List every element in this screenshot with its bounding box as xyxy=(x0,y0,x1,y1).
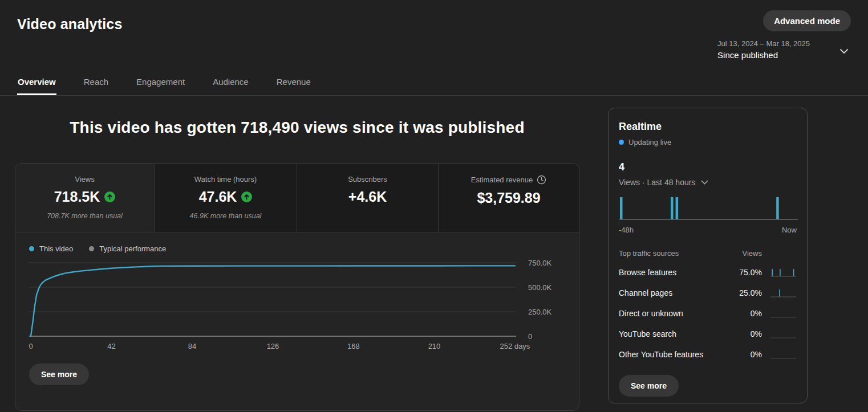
chart-legend: This videoTypical performance xyxy=(29,244,579,253)
header-right: Advanced mode Jul 13, 2024 – Mar 18, 202… xyxy=(717,10,851,60)
metric-value: +4.6K xyxy=(302,189,433,205)
date-range-texts: Jul 13, 2024 – Mar 18, 2025 Since publis… xyxy=(717,39,810,60)
page-header: Video analytics Advanced mode Jul 13, 20… xyxy=(0,0,868,60)
axis-right-label: Now xyxy=(782,226,797,234)
metric-label-text: Estimated revenue xyxy=(471,176,533,184)
svg-text:84: 84 xyxy=(188,342,196,350)
realtime-view-count: 4 xyxy=(619,161,797,173)
traffic-sparkline xyxy=(770,308,797,319)
traffic-views-pct: 25.0% xyxy=(731,288,762,297)
realtime-card: Realtime Updating live 4 Views · Last 48… xyxy=(608,108,808,403)
svg-text:42: 42 xyxy=(107,342,115,350)
traffic-source-label: Direct or unknown xyxy=(619,309,731,318)
metric-value: $3,759.89 xyxy=(443,190,574,206)
metric-label: Subscribers xyxy=(302,175,433,183)
traffic-views-pct: 75.0% xyxy=(731,268,762,277)
traffic-source-label: Browse features xyxy=(619,268,731,277)
traffic-row-browse-features: Browse features75.0% xyxy=(619,267,797,278)
realtime-column: Realtime Updating live 4 Views · Last 48… xyxy=(608,108,808,411)
metric-value-text: 718.5K xyxy=(54,189,100,205)
tab-engagement[interactable]: Engagement xyxy=(136,72,185,95)
tab-revenue[interactable]: Revenue xyxy=(276,72,311,95)
traffic-sparkline xyxy=(770,328,797,340)
metric-card-views[interactable]: Views718.5K708.7K more than usual xyxy=(15,164,155,232)
trend-up-icon xyxy=(104,191,115,202)
traffic-source-label: Other YouTube features xyxy=(619,350,731,359)
legend-dot-icon xyxy=(89,246,94,251)
tab-reach[interactable]: Reach xyxy=(83,72,109,95)
main-content: This video has gotten 718,490 views sinc… xyxy=(0,96,868,411)
metric-card-watch-time-hours[interactable]: Watch time (hours)47.6K46.9K more than u… xyxy=(155,164,297,232)
see-more-button[interactable]: See more xyxy=(29,364,89,385)
traffic-views-pct: 0% xyxy=(731,309,762,318)
traffic-sources-header: Top traffic sources xyxy=(619,249,731,258)
realtime-status: Updating live xyxy=(619,138,797,146)
advanced-mode-button[interactable]: Advanced mode xyxy=(763,10,851,31)
tab-audience[interactable]: Audience xyxy=(212,72,249,95)
metric-label-text: Subscribers xyxy=(348,175,387,183)
traffic-row-youtube-search: YouTube search0% xyxy=(619,328,797,340)
realtime-see-more-button[interactable]: See more xyxy=(619,375,679,397)
metric-label-text: Watch time (hours) xyxy=(194,175,257,183)
realtime-title: Realtime xyxy=(619,121,797,133)
metric-value-text: 47.6K xyxy=(199,189,237,205)
clock-icon xyxy=(537,175,546,185)
legend-item-typical-performance[interactable]: Typical performance xyxy=(89,244,166,253)
live-dot-icon xyxy=(619,140,624,145)
trend-up-icon xyxy=(241,191,252,202)
traffic-source-label: Channel pages xyxy=(619,288,731,297)
chevron-down-icon xyxy=(839,48,849,54)
page-title: Video analytics xyxy=(17,16,123,32)
metric-card-subscribers[interactable]: Subscribers+4.6K xyxy=(297,164,439,232)
traffic-views-header: Views xyxy=(731,249,762,258)
svg-text:210: 210 xyxy=(428,342,441,350)
traffic-sparkline xyxy=(770,287,797,299)
key-metrics-card: Views718.5K708.7K more than usualWatch t… xyxy=(15,163,579,411)
traffic-sparkline xyxy=(770,267,797,278)
metric-label: Watch time (hours) xyxy=(159,175,292,183)
summary-headline: This video has gotten 718,490 views sinc… xyxy=(15,119,579,137)
svg-text:750.0K: 750.0K xyxy=(528,259,552,267)
traffic-views-pct: 0% xyxy=(731,329,762,338)
realtime-axis-labels: -48h Now xyxy=(619,226,797,234)
svg-text:0: 0 xyxy=(528,332,532,341)
traffic-sparkline xyxy=(770,349,797,360)
tab-overview[interactable]: Overview xyxy=(17,72,56,95)
metric-value-text: +4.6K xyxy=(348,189,387,205)
svg-text:500.0K: 500.0K xyxy=(528,283,552,292)
metric-card-estimated-revenue[interactable]: Estimated revenue$3,759.89 xyxy=(439,164,579,232)
legend-label: This video xyxy=(39,244,73,253)
metric-value: 47.6K xyxy=(159,189,292,205)
legend-label: Typical performance xyxy=(99,244,166,253)
traffic-table-body: Browse features75.0%Channel pages25.0%Di… xyxy=(619,267,797,360)
traffic-table-header: Top traffic sources Views xyxy=(619,249,797,258)
traffic-row-other-youtube-features: Other YouTube features0% xyxy=(619,349,797,360)
metric-label: Views xyxy=(20,175,149,183)
traffic-row-direct-or-unknown: Direct or unknown0% xyxy=(619,308,797,319)
svg-text:250.0K: 250.0K xyxy=(528,308,552,316)
legend-dot-icon xyxy=(29,246,34,251)
date-range-label: Jul 13, 2024 – Mar 18, 2025 xyxy=(717,39,810,48)
date-mode-label: Since published xyxy=(717,50,778,60)
realtime-caption-label: Views · Last 48 hours xyxy=(619,178,695,187)
traffic-views-pct: 0% xyxy=(731,350,762,359)
realtime-bar-chart xyxy=(619,194,798,223)
legend-item-this-video[interactable]: This video xyxy=(29,244,73,253)
overview-column: This video has gotten 718,490 views sinc… xyxy=(15,96,579,411)
realtime-status-label: Updating live xyxy=(628,138,671,146)
metric-label-text: Views xyxy=(75,175,94,183)
metric-label: Estimated revenue xyxy=(443,175,574,185)
metric-strip: Views718.5K708.7K more than usualWatch t… xyxy=(15,164,579,232)
svg-text:0: 0 xyxy=(29,342,33,350)
this-video-line-series xyxy=(31,266,515,336)
realtime-metric-dropdown[interactable]: Views · Last 48 hours xyxy=(619,178,797,187)
svg-text:126: 126 xyxy=(267,342,279,350)
date-range-picker[interactable]: Jul 13, 2024 – Mar 18, 2025 Since publis… xyxy=(717,39,849,60)
metric-value: 718.5K xyxy=(20,189,149,205)
views-line-chart: 0250.0K500.0K750.0K04284126168210252 day… xyxy=(15,253,579,356)
metric-subtext: 708.7K more than usual xyxy=(20,212,149,220)
svg-text:252 days: 252 days xyxy=(500,342,530,350)
metric-subtext: 46.9K more than usual xyxy=(159,212,292,220)
axis-left-label: -48h xyxy=(619,226,634,234)
traffic-source-label: YouTube search xyxy=(619,329,731,338)
